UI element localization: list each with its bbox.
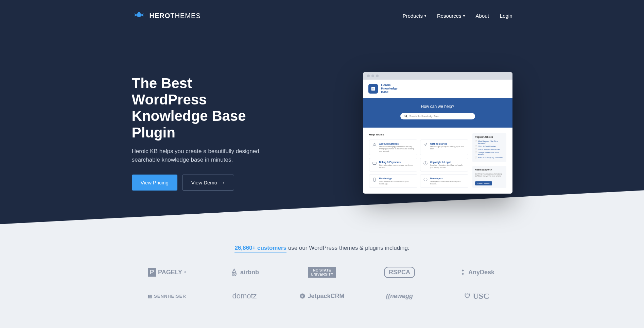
customer-logo: PPAGELY® — [132, 268, 203, 277]
topic-card: DevelopersDeveloper documentation and in… — [420, 174, 468, 188]
topic-desc: Articles to get you up and running, quic… — [430, 146, 465, 150]
logo-text: HEROTHEMES — [150, 12, 201, 20]
topic-title: Billing & Payments — [379, 161, 414, 163]
customer-logo: NC STATEUNIVERSITY — [287, 267, 358, 278]
support-title: Need Support? — [475, 168, 504, 171]
navbar: HEROTHEMES Products▾ Resources▾ About Lo… — [132, 0, 512, 31]
view-pricing-button[interactable]: View Pricing — [132, 175, 177, 191]
search-icon — [404, 115, 407, 118]
topic-icon — [423, 143, 428, 147]
customer-logo: airbnb — [209, 268, 280, 276]
topic-icon — [372, 143, 377, 147]
arrow-right-icon: → — [220, 180, 225, 185]
topic-desc: Articles on managing your account includ… — [379, 146, 414, 152]
hero-title: The Best WordPress Knowledge Base Plugin — [132, 75, 261, 141]
nav-login[interactable]: Login — [500, 13, 512, 19]
svg-rect-4 — [372, 89, 374, 89]
customer-logo: AnyDesk — [442, 269, 512, 276]
popular-articles-title: Popular Articles — [475, 136, 504, 138]
hero-icon — [132, 10, 146, 21]
nav-about[interactable]: About — [476, 13, 489, 19]
svg-rect-8 — [372, 162, 376, 165]
popular-article: How Do I Change My Timezone? — [475, 157, 504, 159]
nav-links: Products▾ Resources▾ About Login — [403, 13, 512, 19]
topic-card: Copyright & LegalImportant information a… — [420, 158, 468, 171]
topic-icon — [423, 177, 428, 182]
nav-resources[interactable]: Resources▾ — [437, 13, 465, 19]
kb-brand-text: Heroic Knowledge Base — [381, 84, 398, 94]
topic-title: Getting Started — [430, 143, 465, 145]
mockup-titlebar — [363, 72, 512, 80]
svg-point-1 — [138, 12, 139, 13]
customer-logo: ▨ SENNHEISER — [132, 294, 203, 299]
topic-desc: Important information about how we handl… — [430, 164, 465, 168]
topic-card: Billing & PaymentsInformation about how … — [369, 158, 417, 171]
help-topics-title: Help Topics — [369, 133, 468, 136]
customers-count[interactable]: 26,860+ customers — [234, 245, 286, 252]
customer-logo: 🛡 USC — [442, 292, 512, 301]
topic-desc: Documentation and troubleshooting our mo… — [379, 180, 414, 185]
svg-line-6 — [406, 116, 407, 117]
kb-logo-icon — [368, 84, 378, 94]
chevron-down-icon: ▾ — [463, 14, 465, 18]
topic-desc: Information about how we charge you for … — [379, 164, 414, 168]
product-mockup: Heroic Knowledge Base How can we help? S… — [363, 72, 512, 194]
customer-logo: RSPCA — [364, 267, 435, 278]
contact-support-button: Contact Support — [475, 181, 492, 185]
topic-icon — [372, 161, 377, 166]
topic-card: Mobile AppDocumentation and troubleshoot… — [369, 174, 417, 188]
nav-products[interactable]: Products▾ — [403, 13, 426, 19]
customer-logo: ((newegg — [364, 293, 435, 300]
topic-desc: Developer documentation and integration … — [430, 180, 465, 185]
mockup-search-input: Search the Knowledge Base... — [400, 113, 475, 119]
svg-point-7 — [373, 143, 375, 145]
svg-point-5 — [405, 115, 406, 117]
customers-title: 26,860+ customers use our WordPress them… — [132, 245, 512, 251]
svg-point-13 — [233, 272, 235, 274]
popular-article: Change Your Account Email Address — [475, 151, 504, 155]
topic-card: Account SettingsArticles on managing you… — [369, 140, 417, 155]
topic-icon — [372, 177, 377, 182]
topic-title: Developers — [430, 177, 465, 180]
customer-logo: JetpackCRM — [287, 293, 358, 300]
svg-rect-3 — [372, 88, 374, 88]
chevron-down-icon: ▾ — [424, 14, 426, 18]
topic-card: Getting StartedArticles to get you up an… — [420, 140, 468, 155]
topic-icon — [423, 161, 428, 166]
mockup-search-title: How can we help? — [370, 104, 506, 109]
logo[interactable]: HEROTHEMES — [132, 10, 201, 21]
view-demo-button[interactable]: View Demo→ — [182, 175, 234, 191]
support-desc: Can't find the answer you're looking for… — [475, 173, 504, 177]
customer-logo: domotz — [209, 292, 280, 300]
topic-title: Mobile App — [379, 177, 414, 180]
topic-title: Copyright & Legal — [430, 161, 465, 163]
hero-subtitle: Heroic KB helps you create a beautifully… — [132, 147, 261, 164]
popular-article: SDKs & Client Libraries — [475, 145, 504, 147]
popular-article: What Happens if the Price Increases? — [475, 140, 504, 144]
topic-title: Account Settings — [379, 143, 414, 145]
popular-article: How to Integrate with Mobiles — [475, 148, 504, 150]
